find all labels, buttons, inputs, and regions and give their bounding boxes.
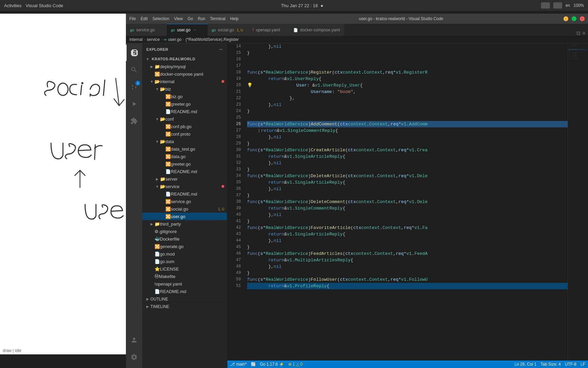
tree-readme-md[interactable]: 📄 README.md bbox=[142, 288, 227, 295]
tree-go-sum[interactable]: 📄 go.sum bbox=[142, 258, 227, 265]
minimize-btn[interactable]: − bbox=[564, 16, 568, 21]
app-name-label: Visual Studio Code bbox=[26, 3, 63, 8]
root-label: KRATOS-REALWORLD bbox=[152, 57, 195, 61]
code-line-15: } bbox=[247, 50, 568, 56]
datetime-label: Thu Jan 27 22 : 18 bbox=[281, 3, 318, 8]
tab-service-go[interactable]: go service.go bbox=[126, 24, 167, 36]
tree-data-go[interactable]: 🔀 data.go bbox=[142, 153, 227, 160]
tree-internal[interactable]: ▼ 📂 internal bbox=[142, 78, 227, 85]
drawing-canvas[interactable] bbox=[0, 14, 126, 354]
tree-openapi-yaml[interactable]: ! openapi.yaml bbox=[142, 280, 227, 288]
tab-bar: go service.go go user.go × go social.go … bbox=[126, 24, 588, 36]
code-line-19: return &v1.UserReply{ bbox=[247, 76, 568, 82]
menu-edit[interactable]: Edit bbox=[141, 16, 148, 21]
tree-service-go[interactable]: 🔀 service.go bbox=[142, 198, 227, 205]
ln-49: 49 bbox=[227, 270, 241, 276]
tree-root[interactable]: ▼ KRATOS-REALWORLD bbox=[142, 55, 227, 63]
tree-biz[interactable]: ▼ 📂 biz bbox=[142, 85, 227, 93]
activities-label[interactable]: Activities bbox=[4, 3, 21, 8]
outline-section[interactable]: ▶ OUTLINE bbox=[142, 295, 227, 303]
breadcrumb-service[interactable]: service bbox=[147, 37, 160, 42]
tree-greeter-go[interactable]: 🔀 greeter.go bbox=[142, 100, 227, 108]
tab-split-icon[interactable]: ⊡ bbox=[576, 30, 581, 36]
tree-social-go[interactable]: 🔀 social.go 1, U bbox=[142, 205, 227, 213]
status-branch[interactable]: ⎇ main* bbox=[230, 362, 247, 367]
breadcrumb-method[interactable]: (*RealWorldService).Register bbox=[185, 37, 239, 42]
tab-social-go[interactable]: go social.go 1, U bbox=[208, 24, 248, 36]
code-line-39: return &v1.SingleCommentReply{ bbox=[247, 205, 568, 212]
activity-explorer[interactable] bbox=[126, 45, 142, 61]
ln-48: 48 bbox=[227, 263, 241, 270]
tree-deploy-mysql[interactable]: ▶ 📁 deploy/mysql bbox=[142, 63, 227, 70]
tree-biz-go[interactable]: 🔀 biz.go bbox=[142, 93, 227, 100]
menu-file[interactable]: File bbox=[129, 16, 136, 21]
activity-extensions[interactable] bbox=[126, 113, 142, 129]
activity-account[interactable] bbox=[126, 332, 142, 348]
tab-service-go-icon: go bbox=[130, 28, 134, 32]
conf-icon: 📂 bbox=[160, 117, 165, 122]
activity-settings[interactable] bbox=[126, 349, 142, 365]
tree-conf-proto[interactable]: 🔀 conf.proto bbox=[142, 130, 227, 138]
tab-user-go[interactable]: go user.go × bbox=[167, 24, 208, 36]
status-sync[interactable]: 🔄 bbox=[251, 362, 256, 367]
tab-social-go-badge: 1, U bbox=[237, 28, 243, 32]
tree-data-test-go[interactable]: 🔀 data_test.go bbox=[142, 145, 227, 153]
tab-docker-compose[interactable]: 📄 docker-compose.yaml bbox=[289, 24, 344, 36]
tab-service-go-label: service.go bbox=[136, 28, 155, 32]
tree-gitignore[interactable]: ⚙ .gitignore bbox=[142, 228, 227, 235]
breadcrumb-usergo[interactable]: user.go bbox=[168, 37, 181, 42]
tree-go-mod[interactable]: 📄 go.mod bbox=[142, 250, 227, 258]
close-btn[interactable]: × bbox=[580, 16, 585, 21]
explorer-menu-icon[interactable]: ··· bbox=[219, 47, 223, 51]
tree-biz-readme[interactable]: 📄 README.md bbox=[142, 108, 227, 115]
tab-user-go-close[interactable]: × bbox=[194, 28, 196, 32]
menu-view[interactable]: View bbox=[174, 16, 183, 21]
tree-data-readme[interactable]: 📄 README.md bbox=[142, 168, 227, 175]
internal-icon: 📂 bbox=[154, 79, 160, 84]
code-line-36: },nil bbox=[247, 186, 568, 192]
code-line-17 bbox=[247, 63, 568, 69]
tree-license[interactable]: ⭐ LICENSE bbox=[142, 265, 227, 273]
tree-data-greeter-go[interactable]: 🔀 greeter.go bbox=[142, 160, 227, 168]
activity-source-control[interactable]: 1 bbox=[126, 79, 142, 95]
status-errors[interactable]: ⊗ 1 △ 0 bbox=[288, 362, 303, 367]
tree-conf-pb-go[interactable]: 🔀 conf.pb.go bbox=[142, 123, 227, 130]
internal-error-dot bbox=[222, 80, 224, 83]
code-container[interactable]: 14 15 16 17 18 19 20 21 22 23 24 25 26 2… bbox=[227, 43, 588, 361]
ln-44: 44 bbox=[227, 237, 241, 244]
menu-help[interactable]: Help bbox=[230, 16, 239, 21]
activity-run[interactable] bbox=[126, 96, 142, 112]
menu-go[interactable]: Go bbox=[187, 16, 193, 21]
tree-third-party[interactable]: ▶ 📁 third_party bbox=[142, 220, 227, 228]
status-go-version[interactable]: Go 1.17.6 ⚡ bbox=[260, 362, 284, 367]
timeline-section[interactable]: ▶ TIMELINE bbox=[142, 303, 227, 310]
tree-dockerfile[interactable]: 🐳 Dockerfile bbox=[142, 235, 227, 243]
tree-data[interactable]: ▼ 📂 data bbox=[142, 138, 227, 145]
user-go-label: user.go bbox=[171, 214, 185, 219]
data-arrow: ▼ bbox=[154, 140, 160, 143]
status-line-ending[interactable]: LF bbox=[581, 362, 585, 367]
maximize-btn[interactable]: □ bbox=[572, 16, 576, 21]
status-encoding[interactable]: UTF-8 bbox=[565, 362, 576, 367]
tree-makefile[interactable]: Ⓜ Makefile bbox=[142, 273, 227, 280]
breadcrumb-internal[interactable]: internal bbox=[129, 37, 143, 42]
tree-generate-go[interactable]: 🔀 generate.go bbox=[142, 243, 227, 250]
tree-service-readme[interactable]: 📄 README.md bbox=[142, 190, 227, 198]
status-tab-size[interactable]: Tab Size: 4 bbox=[541, 362, 561, 367]
tree-server[interactable]: ▶ 📁 server bbox=[142, 175, 227, 183]
biz-icon: 📂 bbox=[160, 87, 165, 92]
tree-user-go[interactable]: 🔀 user.go bbox=[142, 213, 227, 220]
tree-conf[interactable]: ▼ 📂 conf bbox=[142, 115, 227, 123]
code-line-27: | return &v1.SingleCommentReply{ bbox=[247, 127, 568, 134]
tree-docker-compose[interactable]: 🔀 docker-compose.yaml bbox=[142, 70, 227, 78]
tab-openapi-yaml[interactable]: ! openapi.yaml bbox=[248, 24, 289, 36]
tab-overflow-icon[interactable]: ≡ bbox=[583, 30, 585, 36]
tree-service[interactable]: ▼ 📂 service bbox=[142, 183, 227, 190]
menu-selection[interactable]: Selection bbox=[152, 16, 169, 21]
code-line-23: },nil bbox=[247, 102, 568, 108]
menu-run[interactable]: Run bbox=[198, 16, 205, 21]
deploy-label: deploy/mysql bbox=[160, 64, 186, 69]
menu-terminal[interactable]: Terminal bbox=[210, 16, 225, 21]
status-position[interactable]: Ln 26, Col 1 bbox=[514, 362, 537, 367]
activity-search[interactable] bbox=[126, 62, 142, 78]
